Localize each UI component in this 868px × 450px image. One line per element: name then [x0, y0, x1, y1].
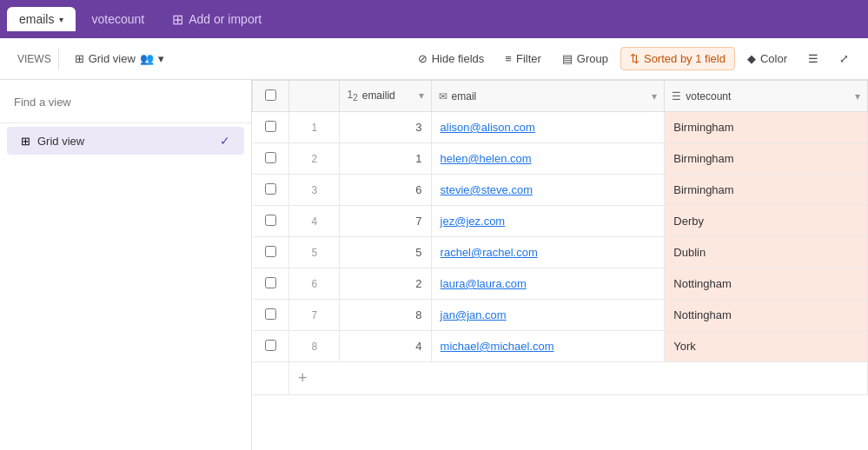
add-row-cell[interactable]: +: [289, 362, 868, 395]
grid-view-label: Grid view: [89, 52, 136, 65]
email-link[interactable]: jez@jez.com: [441, 215, 506, 228]
color-icon: ◆: [747, 52, 756, 65]
table-row: 8 4 michael@michael.com York: [253, 331, 868, 362]
email-header[interactable]: ✉ email ▾: [431, 81, 665, 112]
row-number: 7: [289, 300, 340, 331]
votecount-cell: Birmingham: [665, 143, 868, 175]
hide-icon: ⊘: [418, 52, 427, 65]
email-cell: laura@laura.com: [431, 268, 665, 300]
row-number: 5: [289, 237, 340, 268]
table-header-row: 12 emailid ▾ ✉ email ▾: [253, 81, 868, 112]
emails-tab-caret[interactable]: ▾: [59, 15, 63, 24]
find-view-container: [0, 90, 251, 119]
expand-button[interactable]: ⤢: [831, 48, 858, 69]
emailid-cell: 8: [340, 300, 431, 331]
row-checkbox-cell[interactable]: [253, 268, 289, 300]
sidebar-item-grid-view[interactable]: ⊞ Grid view ✓: [7, 127, 244, 155]
emailid-cell: 5: [340, 237, 431, 268]
row-checkbox[interactable]: [265, 340, 276, 351]
find-view-input[interactable]: [14, 96, 237, 109]
row-checkbox-cell[interactable]: [253, 143, 289, 175]
row-number: 6: [289, 268, 340, 300]
email-link[interactable]: rachel@rachel.com: [441, 246, 538, 259]
select-all-checkbox[interactable]: [265, 89, 276, 101]
people-icon: 👥: [140, 52, 154, 65]
row-checkbox[interactable]: [265, 152, 276, 163]
email-link[interactable]: laura@laura.com: [441, 277, 527, 290]
add-row-checkbox-col: [253, 362, 289, 395]
votecount-cell: Birmingham: [665, 112, 868, 143]
sidebar-divider: [0, 122, 251, 123]
add-or-import-button[interactable]: ⊞ Add or import: [160, 6, 274, 33]
table-row: 2 1 helen@helen.com Birmingham: [253, 143, 868, 175]
email-cell: alison@alison.com: [431, 112, 665, 143]
row-checkbox[interactable]: [265, 121, 276, 132]
plus-icon: ⊞: [172, 11, 183, 28]
tab-emails[interactable]: emails ▾: [7, 7, 76, 31]
row-checkbox[interactable]: [265, 277, 276, 288]
table-row: 4 7 jez@jez.com Derby: [253, 206, 868, 237]
email-cell: rachel@rachel.com: [431, 237, 665, 268]
group-button[interactable]: ▤ Group: [553, 48, 617, 69]
tab-votecount[interactable]: votecount: [79, 7, 156, 31]
row-checkbox-cell[interactable]: [253, 300, 289, 331]
row-checkbox-cell[interactable]: [253, 112, 289, 143]
row-num-header: [289, 81, 340, 112]
votecount-cell: Nottingham: [665, 268, 868, 300]
votecount-header[interactable]: ☰ votecount ▾: [665, 81, 868, 112]
emailid-cell: 6: [340, 175, 431, 206]
email-link[interactable]: helen@helen.com: [441, 152, 532, 165]
hide-fields-label: Hide fields: [432, 52, 485, 65]
filter-button[interactable]: ≡ Filter: [496, 48, 549, 69]
row-checkbox-cell[interactable]: [253, 206, 289, 237]
row-checkbox[interactable]: [265, 308, 276, 320]
row-checkbox[interactable]: [265, 246, 276, 257]
votecount-col-expand: ▾: [855, 90, 860, 103]
sort-button[interactable]: ⇅ Sorted by 1 field: [620, 47, 735, 70]
hide-fields-button[interactable]: ⊘ Hide fields: [409, 48, 494, 69]
sidebar: ⊞ Grid view ✓: [0, 80, 252, 450]
email-link[interactable]: jan@jan.com: [441, 308, 507, 321]
color-button[interactable]: ◆ Color: [739, 48, 796, 69]
votecount-col-icon: ☰: [672, 90, 681, 103]
top-bar: emails ▾ votecount ⊞ Add or import: [0, 0, 868, 38]
table-row: 7 8 jan@jan.com Nottingham: [253, 300, 868, 331]
checkbox-header[interactable]: [253, 81, 289, 112]
row-checkbox[interactable]: [265, 183, 276, 195]
toolbar: VIEWS ⊞ Grid view 👥 ▾ ⊘ Hide fields ≡ Fi…: [0, 38, 868, 80]
grid-view-caret[interactable]: ▾: [158, 52, 164, 65]
emailid-header[interactable]: 12 emailid ▾: [340, 81, 431, 112]
data-table: 12 emailid ▾ ✉ email ▾: [252, 80, 868, 395]
row-height-icon: ☰: [808, 52, 818, 65]
table-row: 5 5 rachel@rachel.com Dublin: [253, 237, 868, 268]
emailid-cell: 3: [340, 112, 431, 143]
add-row[interactable]: +: [253, 362, 868, 395]
check-icon: ✓: [220, 134, 230, 148]
row-checkbox[interactable]: [265, 215, 276, 226]
grid-icon: ⊞: [75, 52, 84, 65]
row-number: 2: [289, 143, 340, 175]
email-cell: stevie@steve.com: [431, 175, 665, 206]
filter-icon: ≡: [505, 52, 512, 65]
grid-view-button[interactable]: ⊞ Grid view 👥 ▾: [66, 48, 173, 69]
email-cell: jez@jez.com: [431, 206, 665, 237]
sort-icon: ⇅: [630, 52, 639, 65]
emailid-col-icon: 12: [347, 89, 357, 103]
row-checkbox-cell[interactable]: [253, 175, 289, 206]
row-checkbox-cell[interactable]: [253, 331, 289, 362]
votecount-cell: Derby: [665, 206, 868, 237]
email-col-expand: ▾: [652, 90, 657, 103]
email-cell: michael@michael.com: [431, 331, 665, 362]
row-height-button[interactable]: ☰: [799, 48, 827, 69]
emails-tab-label: emails: [19, 12, 54, 26]
color-label: Color: [760, 52, 787, 65]
main-area: ⊞ Grid view ✓ 12 emailid ▾: [0, 80, 868, 450]
email-link[interactable]: michael@michael.com: [441, 340, 554, 353]
row-checkbox-cell[interactable]: [253, 237, 289, 268]
table-row: 6 2 laura@laura.com Nottingham: [253, 268, 868, 300]
email-link[interactable]: alison@alison.com: [441, 121, 535, 134]
emailid-cell: 7: [340, 206, 431, 237]
views-label: VIEWS: [10, 48, 59, 70]
votecount-tab-label: votecount: [91, 12, 144, 26]
email-link[interactable]: stevie@steve.com: [441, 183, 533, 196]
